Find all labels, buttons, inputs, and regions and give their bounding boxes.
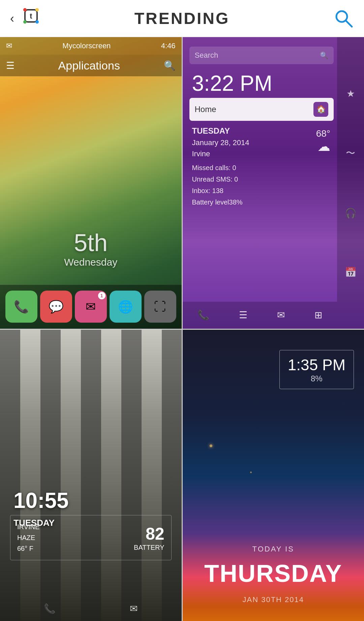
cell2-home-icon: 🏠 xyxy=(313,102,328,117)
svg-point-4 xyxy=(23,20,27,24)
cell1-search-icon: 🔍 xyxy=(164,60,176,71)
cell1-date-overlay: 5th Wednesday xyxy=(0,229,182,268)
cell2-calendar-icon: 📅 xyxy=(345,267,357,278)
svg-line-7 xyxy=(346,21,352,27)
cell4-date: JAN 30TH 2014 xyxy=(183,595,364,604)
cell2-temp: 68° xyxy=(316,128,330,139)
cell1-bottom-bar: 📞 💬 ✉ 1 🌐 ⛶ xyxy=(0,285,182,329)
cell3-buildings xyxy=(0,330,182,621)
cell3-city: IRVINE xyxy=(17,521,39,532)
cell2-grid-icon: ⊞ xyxy=(314,309,322,321)
cell2-weather-date: January 28, 2014 xyxy=(192,137,249,148)
cell2-temp-display: 68° ☁ xyxy=(316,128,330,154)
cell1-message-btn[interactable]: 💬 xyxy=(40,291,72,323)
cell3-mail-icon: ✉ xyxy=(130,603,138,614)
cell-thursday[interactable]: 1:35 PM 8% TODAY IS THURSDAY JAN 30TH 20… xyxy=(183,330,364,621)
cell4-battery: 8% xyxy=(288,374,345,383)
cell2-sidebar: ★ 〜 🎧 📅 xyxy=(337,37,364,329)
cell1-status-bar: ✉ Mycolorscreen 4:46 xyxy=(0,37,182,55)
cell2-menu-icon: ☰ xyxy=(239,309,247,321)
cell1-globe-btn[interactable]: 🌐 xyxy=(110,291,142,323)
cell2-search-icon: 🔍 xyxy=(320,51,328,59)
svg-text:t: t xyxy=(30,12,32,20)
cell2-time: 3:22 PM xyxy=(192,71,272,96)
cell2-bottom-bar: 📞 ☰ ✉ ⊞ xyxy=(183,302,337,329)
cell2-home-box: Home 🏠 xyxy=(189,98,334,121)
cell2-inbox: Inbox: 138 xyxy=(192,185,243,196)
cell2-weather-city: Irvine xyxy=(192,148,249,159)
cell4-light-dot1 xyxy=(210,444,212,447)
cell1-status-app: Mycolorscreen xyxy=(62,42,111,50)
cell4-time: 1:35 PM xyxy=(288,356,345,374)
cell3-battery: 82 BATTERY xyxy=(134,524,164,551)
cell1-date-num: 5th xyxy=(0,229,182,256)
cell4-time-box: 1:35 PM 8% xyxy=(279,350,354,389)
cell1-email-icon: ✉ xyxy=(6,42,12,50)
content-grid: ✉ Mycolorscreen 4:46 ☰ Applications 🔍 5t… xyxy=(0,37,364,621)
cell3-bottom-icons: 📞 ✉ xyxy=(0,603,182,614)
cell-city-bw[interactable]: 10:55 TUESDAY IRVINE HAZE 66° F 82 BATTE… xyxy=(0,330,182,621)
cell2-missed-calls: Missed calls: 0 xyxy=(192,162,243,173)
cell1-app-bar: ☰ Applications 🔍 xyxy=(0,55,182,76)
cell4-day: THURSDAY xyxy=(183,560,364,587)
cell2-cloud-icon: ☁ xyxy=(316,139,330,154)
svg-point-2 xyxy=(23,8,27,11)
back-button[interactable]: ‹ xyxy=(10,11,14,26)
cell-purple-weather[interactable]: ★ 〜 🎧 📅 Search 🔍 3:22 PM Home 🏠 TUESDAY … xyxy=(183,37,364,329)
cell3-battery-num: 82 xyxy=(134,524,164,544)
cell2-phone-icon: 📞 xyxy=(198,309,209,321)
cell2-home-label: Home xyxy=(195,105,216,114)
cell2-search-bar[interactable]: Search 🔍 xyxy=(189,47,334,64)
cell3-phone-icon: 📞 xyxy=(44,603,56,614)
top-nav: ‹ t TRENDING xyxy=(0,0,364,37)
cell2-headphone-icon: 🎧 xyxy=(345,208,357,219)
cell-applications[interactable]: ✉ Mycolorscreen 4:46 ☰ Applications 🔍 5t… xyxy=(0,37,182,329)
cell2-weather-day: TUESDAY xyxy=(192,125,249,137)
nav-left: ‹ t xyxy=(10,6,43,31)
cell2-wave-icon: 〜 xyxy=(346,147,355,160)
cell2-battery: Battery level38% xyxy=(192,196,243,208)
hamburger-icon: ☰ xyxy=(6,60,14,71)
svg-point-5 xyxy=(35,20,39,24)
cell2-unread-sms: Unread SMS: 0 xyxy=(192,173,243,185)
cell1-expand-btn[interactable]: ⛶ xyxy=(144,291,176,323)
cell1-date-day: Wednesday xyxy=(0,256,182,268)
cell4-light-dot2 xyxy=(250,471,252,473)
cell1-mail-btn[interactable]: ✉ 1 xyxy=(75,291,107,323)
cell1-phone-btn[interactable]: 📞 xyxy=(5,291,37,323)
cell2-weather-info: TUESDAY January 28, 2014 Irvine xyxy=(192,125,249,159)
cell2-mail-icon: ✉ xyxy=(277,309,285,321)
cell3-time: 10:55 xyxy=(13,488,69,513)
cell2-search-placeholder: Search xyxy=(195,51,218,60)
cell2-stats: Missed calls: 0 Unread SMS: 0 Inbox: 138… xyxy=(192,162,243,208)
svg-point-3 xyxy=(35,8,39,11)
cell4-today-label: TODAY IS xyxy=(183,545,364,554)
cell3-battery-label: BATTERY xyxy=(134,544,164,551)
cell1-status-time: 4:46 xyxy=(161,42,176,50)
search-icon[interactable] xyxy=(334,8,354,29)
cell3-condition: HAZE xyxy=(17,532,39,543)
cell3-weather-left: IRVINE HAZE 66° F xyxy=(17,521,39,554)
cell1-app-title: Applications xyxy=(58,59,120,72)
cell3-temp: 66° F xyxy=(17,543,39,554)
cell2-star-icon: ★ xyxy=(346,88,355,99)
cell3-weather-box: IRVINE HAZE 66° F 82 BATTERY xyxy=(10,515,172,560)
app-logo: t xyxy=(19,6,43,31)
page-title: TRENDING xyxy=(134,9,230,28)
